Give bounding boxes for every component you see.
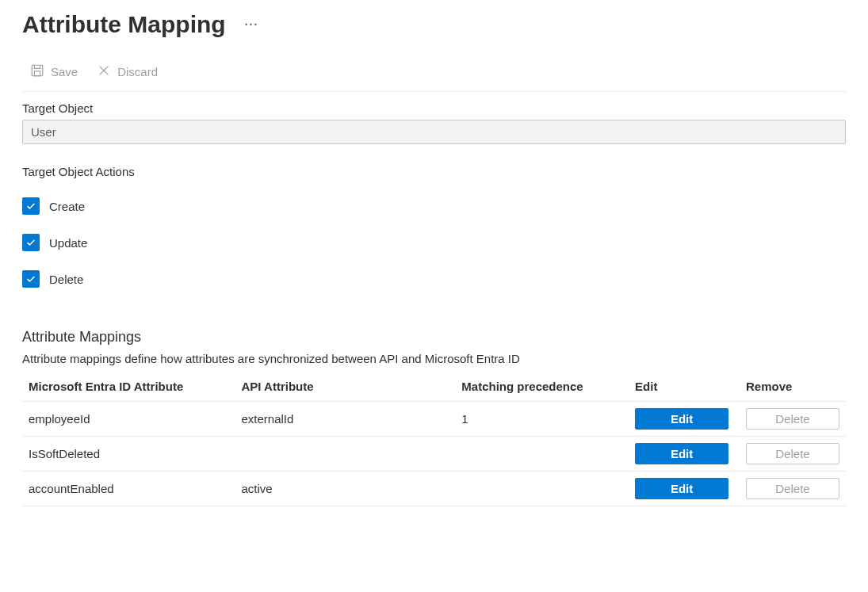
col-header-matching: Matching precedence [455,373,629,402]
table-row: employeeId externalId 1 Edit Delete [22,402,846,437]
target-object-actions-section: Target Object Actions Create Update Dele… [22,165,846,288]
checkbox-update[interactable]: Update [22,234,846,251]
cell-api: active [235,472,455,506]
checkbox-create[interactable]: Create [22,197,846,215]
mappings-table: Microsoft Entra ID Attribute API Attribu… [22,373,846,506]
checkbox-checked-icon [22,270,40,288]
save-label: Save [51,65,78,78]
col-header-entra: Microsoft Entra ID Attribute [22,373,235,402]
checkbox-checked-icon [22,234,40,251]
more-icon[interactable]: ··· [245,18,259,31]
cell-matching [455,437,629,472]
target-object-input[interactable] [22,120,846,144]
col-header-edit: Edit [629,373,740,402]
toolbar: Save Discard [22,60,846,92]
delete-button[interactable]: Delete [746,478,839,499]
mappings-description: Attribute mappings define how attributes… [22,352,846,365]
cell-entra: accountEnabled [22,472,235,506]
cell-entra: IsSoftDeleted [22,437,235,472]
cell-entra: employeeId [22,402,235,437]
col-header-remove: Remove [740,373,846,402]
delete-button[interactable]: Delete [746,443,839,464]
discard-button[interactable]: Discard [89,60,166,83]
checkbox-label: Create [49,200,85,213]
edit-button[interactable]: Edit [635,408,728,430]
close-icon [97,63,111,80]
discard-label: Discard [117,65,158,78]
checkbox-label: Delete [49,273,83,286]
target-object-label: Target Object [22,101,846,115]
edit-button[interactable]: Edit [635,478,728,499]
checkbox-delete[interactable]: Delete [22,270,846,288]
save-button[interactable]: Save [22,60,86,83]
checkbox-label: Update [49,236,87,250]
table-row: accountEnabled active Edit Delete [22,472,846,506]
svg-rect-0 [32,65,43,76]
delete-button[interactable]: Delete [746,408,839,430]
edit-button[interactable]: Edit [635,443,728,464]
target-object-section: Target Object [22,101,846,144]
attribute-mappings-section: Attribute Mappings Attribute mappings de… [22,329,846,506]
cell-matching [455,472,629,506]
cell-matching: 1 [455,402,629,437]
cell-api [235,437,455,472]
page-title: Attribute Mapping [22,11,226,38]
checkbox-checked-icon [22,197,40,215]
page-header: Attribute Mapping ··· [22,11,846,38]
table-row: IsSoftDeleted Edit Delete [22,437,846,472]
svg-rect-1 [34,71,40,76]
cell-api: externalId [235,402,455,437]
mappings-heading: Attribute Mappings [22,329,846,346]
save-icon [30,63,44,80]
target-object-actions-label: Target Object Actions [22,165,846,178]
col-header-api: API Attribute [235,373,455,402]
